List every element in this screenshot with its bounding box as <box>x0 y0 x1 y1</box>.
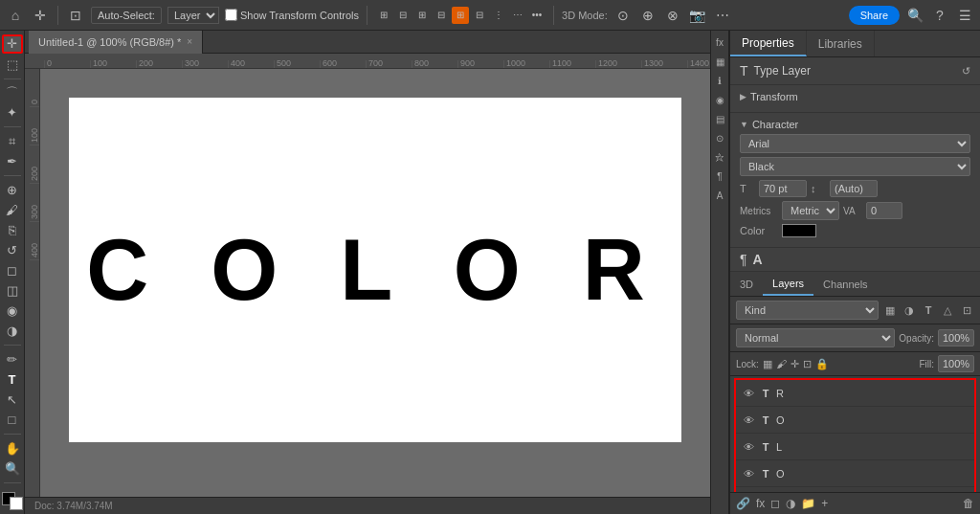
anti-alias-icon[interactable]: A <box>753 252 763 267</box>
filter-adjust-icon[interactable]: ◑ <box>902 302 917 318</box>
background-color[interactable] <box>10 497 23 510</box>
lock-position-icon[interactable]: ✛ <box>791 358 799 370</box>
align-right-icon[interactable]: ⊞ <box>413 7 431 24</box>
lock-all-icon[interactable]: 🔒 <box>815 358 829 370</box>
paragraph-icon[interactable]: ¶ <box>712 168 727 184</box>
tab-3d[interactable]: 3D <box>730 272 763 296</box>
fill-input[interactable] <box>938 355 974 372</box>
layer-item-O2[interactable]: 👁 T O <box>736 460 974 487</box>
canvas-document[interactable]: C O L O R <box>69 98 681 442</box>
zoom-tool[interactable]: 🔍 <box>2 459 23 478</box>
window-icon[interactable]: ☰ <box>955 6 974 25</box>
leading-input[interactable] <box>830 180 878 197</box>
distribute-h-icon[interactable]: ⋮ <box>490 7 507 24</box>
lock-transparent-icon[interactable]: ▦ <box>763 358 772 370</box>
gradient-tool[interactable]: ◫ <box>2 281 23 300</box>
tab-close-button[interactable]: × <box>187 36 192 47</box>
document-tab[interactable]: Untitled-1 @ 100% (RGB/8#) * × <box>29 31 203 54</box>
pen-tool[interactable]: ✏ <box>2 350 23 369</box>
tab-layers[interactable]: Layers <box>763 272 813 296</box>
transform-header[interactable]: ▶ Transform <box>740 91 970 102</box>
tab-properties[interactable]: Properties <box>730 31 807 56</box>
filter-pixel-icon[interactable]: ▦ <box>882 302 898 318</box>
font-style-select[interactable]: Black <box>740 157 970 176</box>
show-transform-checkbox[interactable] <box>225 9 237 21</box>
lock-artboards-icon[interactable]: ⊡ <box>803 358 812 370</box>
show-transform-label[interactable]: Show Transform Controls <box>225 9 359 21</box>
metrics-select[interactable]: Metrics <box>782 201 839 220</box>
auto-select-select[interactable]: Layer <box>167 7 219 24</box>
selection-tool[interactable]: ⬚ <box>2 56 23 74</box>
foreground-background-color[interactable] <box>2 492 23 510</box>
canvas-container[interactable]: C O L O R <box>40 69 710 497</box>
color-icon[interactable]: ◉ <box>712 92 727 107</box>
lasso-tool[interactable]: ⌒ <box>2 83 23 101</box>
adjust-icon[interactable]: ⊙ <box>712 130 727 145</box>
swatches-icon[interactable]: ▤ <box>712 111 727 126</box>
path-selection-tool[interactable]: ↖ <box>2 391 23 409</box>
fx-icon[interactable]: fx <box>712 34 727 50</box>
histogram-icon[interactable]: ▦ <box>712 54 727 69</box>
move-tool[interactable]: ✛ <box>2 34 23 54</box>
info-icon[interactable]: ℹ <box>712 73 727 88</box>
layer-item-O1[interactable]: 👁 T O <box>736 407 974 434</box>
kerning-input[interactable] <box>866 202 902 219</box>
paragraph-icon[interactable]: ¶ <box>740 252 747 267</box>
lock-pixels-icon[interactable]: 🖌 <box>776 358 787 369</box>
add-mask-icon[interactable]: ◻ <box>770 497 780 510</box>
tab-libraries[interactable]: Libraries <box>807 31 875 56</box>
fx-bottom-icon[interactable]: fx <box>756 497 765 510</box>
font-size-input[interactable] <box>759 180 807 197</box>
blend-mode-select[interactable]: Normal <box>736 328 895 347</box>
help-icon[interactable]: ? <box>930 6 949 25</box>
dodge-tool[interactable]: ◑ <box>2 322 23 340</box>
clone-stamp-tool[interactable]: ⎘ <box>2 221 23 239</box>
more-align-icon[interactable]: ••• <box>528 7 546 24</box>
layer-eye-O2[interactable]: 👁 <box>742 467 755 480</box>
hand-tool[interactable]: ✋ <box>2 439 23 458</box>
more-tools-icon[interactable]: ⋯ <box>713 6 732 25</box>
paths-icon[interactable]: ⛥ <box>712 149 727 165</box>
filter-smart-icon[interactable]: ⊡ <box>959 302 974 318</box>
search-icon[interactable]: 🔍 <box>905 6 924 25</box>
brush-tool[interactable]: 🖌 <box>2 201 23 219</box>
new-layer-icon[interactable]: + <box>821 497 828 510</box>
history-brush-tool[interactable]: ↺ <box>2 241 23 259</box>
character-alt-icon[interactable]: A <box>712 188 727 203</box>
home-icon[interactable]: ⌂ <box>6 6 25 25</box>
3d-zoom-icon[interactable]: ⊗ <box>663 6 682 25</box>
blur-tool[interactable]: ◉ <box>2 302 23 320</box>
filter-shape-icon[interactable]: △ <box>940 302 955 318</box>
healing-tool[interactable]: ⊕ <box>2 181 23 199</box>
layers-kind-filter[interactable]: Kind <box>736 301 879 320</box>
share-button[interactable]: Share <box>849 6 900 25</box>
crop-tool[interactable]: ⌗ <box>2 132 23 150</box>
artboard-icon[interactable]: ⊡ <box>66 6 85 25</box>
distribute-v-icon[interactable]: ⋯ <box>509 7 526 24</box>
delete-layer-icon[interactable]: 🗑 <box>963 497 974 510</box>
eyedropper-tool[interactable]: ✒ <box>2 152 23 170</box>
color-swatch[interactable] <box>782 224 816 237</box>
text-tool[interactable]: T <box>2 370 23 389</box>
add-link-icon[interactable]: 🔗 <box>736 497 750 510</box>
font-family-select[interactable]: Arial <box>740 134 970 153</box>
align-top-icon[interactable]: ⊟ <box>433 7 450 24</box>
layer-item-R[interactable]: 👁 T R <box>736 380 974 407</box>
opacity-input[interactable] <box>938 329 974 346</box>
align-center-h-icon[interactable]: ⊟ <box>394 7 412 24</box>
new-group-icon[interactable]: 📁 <box>801 497 815 510</box>
shape-tool[interactable]: □ <box>2 411 23 429</box>
layer-eye-R[interactable]: 👁 <box>742 387 755 400</box>
3d-pan-icon[interactable]: ⊕ <box>638 6 657 25</box>
magic-wand-tool[interactable]: ✦ <box>2 103 23 122</box>
layer-eye-L[interactable]: 👁 <box>742 440 755 454</box>
move-icon[interactable]: ✛ <box>31 6 50 25</box>
filter-type-icon[interactable]: T <box>921 302 936 318</box>
layer-item-L[interactable]: 👁 T L <box>736 434 974 460</box>
eraser-tool[interactable]: ◻ <box>2 261 23 279</box>
reset-icon[interactable]: ↺ <box>962 65 970 78</box>
align-left-icon[interactable]: ⊞ <box>375 7 392 24</box>
3d-orbit-icon[interactable]: ⊙ <box>613 6 633 25</box>
layer-eye-O1[interactable]: 👁 <box>742 413 755 427</box>
add-adjustment-icon[interactable]: ◑ <box>786 497 795 510</box>
